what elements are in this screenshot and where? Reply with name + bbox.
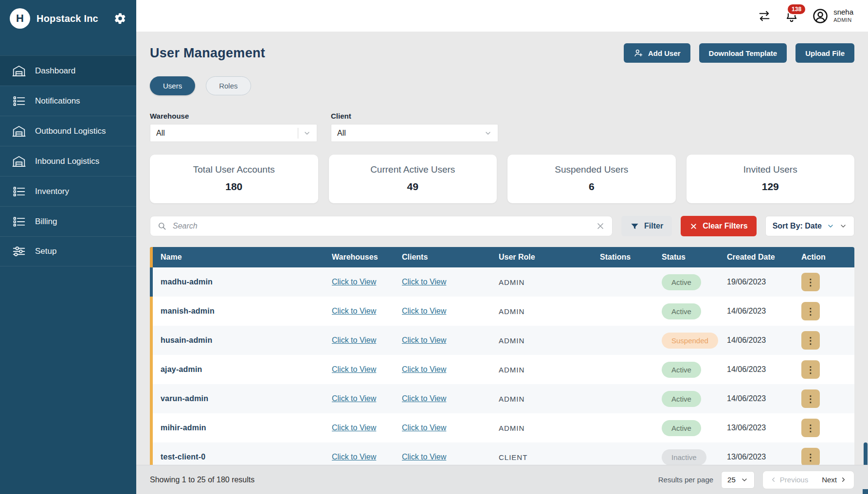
vertical-scrollbar-thumb[interactable] [864, 442, 868, 465]
notifications-bell-icon[interactable]: 138 [785, 9, 798, 23]
warehouses-link[interactable]: Click to View [332, 423, 376, 432]
table-row: mihir-admin Click to View Click to View … [150, 413, 854, 442]
row-actions-kebab-button[interactable]: ⋮ [801, 360, 820, 379]
warehouses-link[interactable]: Click to View [332, 453, 376, 461]
add-user-label: Add User [648, 49, 681, 57]
dashboard-icon [12, 64, 26, 78]
stat-invited-users: Invited Users 129 [687, 155, 855, 203]
sidebar-item-label: Inventory [35, 187, 69, 196]
row-actions-kebab-button[interactable]: ⋮ [801, 389, 820, 408]
row-actions-kebab-button[interactable]: ⋮ [801, 448, 820, 465]
status-badge: Active [662, 362, 701, 378]
warehouse-select-value: All [156, 129, 165, 138]
col-clients: Clients [398, 253, 495, 262]
sidebar-item-outbound-logistics[interactable]: Outbound Logistics [0, 116, 136, 146]
status-badge: Active [662, 274, 701, 290]
kebab-icon: ⋮ [806, 335, 815, 346]
sidebar-item-setup[interactable]: Setup [0, 236, 136, 266]
warehouses-link[interactable]: Click to View [332, 394, 376, 403]
row-name: husain-admin [153, 336, 328, 345]
col-stations: Stations [596, 253, 658, 262]
sidebar-item-inbound-logistics[interactable]: Inbound Logistics [0, 146, 136, 176]
header-actions: Add User Download Template Upload File [624, 43, 854, 63]
stat-current-active-users: Current Active Users 49 [329, 155, 497, 203]
sidebar-item-notifications[interactable]: Notifications [0, 86, 136, 116]
chevron-right-icon [840, 476, 847, 483]
clients-link[interactable]: Click to View [402, 307, 446, 315]
col-warehouses: Warehouses [328, 253, 398, 262]
kebab-icon: ⋮ [806, 364, 815, 375]
sidebar-item-billing[interactable]: Billing [0, 206, 136, 236]
row-actions-kebab-button[interactable]: ⋮ [801, 302, 820, 320]
row-date: 13/06/2023 [723, 453, 797, 461]
row-name: ajay-admin [153, 365, 328, 374]
results-per-page-label: Results per page [658, 476, 713, 484]
avatar-icon [812, 8, 829, 24]
chevron-left-icon [770, 476, 777, 483]
clients-link[interactable]: Click to View [402, 423, 446, 432]
upload-file-button[interactable]: Upload File [796, 43, 854, 63]
sidebar-item-inventory[interactable]: Inventory [0, 176, 136, 206]
warehouses-link[interactable]: Click to View [332, 307, 376, 315]
sidebar-item-label: Inbound Logistics [35, 157, 99, 166]
stat-total-user-accounts: Total User Accounts 180 [150, 155, 318, 203]
table-row: husain-admin Click to View Click to View… [150, 326, 854, 355]
brand-name: Hopstack Inc [36, 13, 108, 24]
client-select-value: All [337, 129, 346, 138]
app-root: H Hopstack Inc Dashboard Notifications O… [0, 0, 868, 494]
row-actions-kebab-button[interactable]: ⋮ [801, 419, 820, 437]
kebab-icon: ⋮ [806, 452, 815, 463]
kebab-icon: ⋮ [806, 393, 815, 405]
row-role: ADMIN [495, 307, 596, 316]
warehouses-link[interactable]: Click to View [332, 278, 376, 286]
status-badge: Active [662, 391, 701, 407]
users-table: Name Warehouses Clients User Role Statio… [150, 247, 854, 465]
sidebar-item-label: Dashboard [35, 66, 75, 76]
user-menu[interactable]: sneha ADMIN [812, 8, 853, 24]
filter-button-label: Filter [644, 222, 663, 230]
switch-warehouse-icon[interactable] [758, 9, 771, 23]
page-size-select[interactable]: 25 [721, 471, 755, 489]
clients-link[interactable]: Click to View [402, 394, 446, 403]
sidebar-item-dashboard[interactable]: Dashboard [0, 55, 136, 86]
search-input[interactable] [173, 222, 590, 230]
col-created-date: Created Date [723, 253, 797, 262]
clear-filters-label: Clear Filters [703, 222, 747, 230]
clients-link[interactable]: Click to View [402, 278, 446, 286]
filter-panel: Warehouse All Client All [150, 112, 854, 142]
table-row: manish-admin Click to View Click to View… [150, 297, 854, 326]
clients-link[interactable]: Click to View [402, 453, 446, 461]
row-name: test-client-0 [153, 453, 328, 461]
download-template-button[interactable]: Download Template [699, 43, 787, 63]
warehouses-link[interactable]: Click to View [332, 365, 376, 373]
row-actions-kebab-button[interactable]: ⋮ [801, 273, 820, 291]
clients-link[interactable]: Click to View [402, 365, 446, 373]
row-actions-kebab-button[interactable]: ⋮ [801, 331, 820, 350]
clear-search-icon[interactable] [596, 221, 605, 231]
sidebar-item-label: Setup [35, 247, 56, 256]
user-name: sneha [833, 8, 853, 17]
row-role: ADMIN [495, 336, 596, 345]
warehouse-select[interactable]: All [150, 124, 317, 142]
table-row: ajay-admin Click to View Click to View A… [150, 355, 854, 384]
status-badge: Suspended [662, 333, 718, 349]
tab-roles[interactable]: Roles [206, 76, 251, 95]
tab-users[interactable]: Users [150, 76, 195, 95]
setup-icon [12, 244, 26, 259]
filter-button[interactable]: Filter [621, 216, 672, 236]
upload-file-label: Upload File [805, 49, 845, 57]
previous-page-button[interactable]: Previous [763, 471, 815, 489]
brand-logo: H [10, 8, 30, 29]
next-page-button[interactable]: Next [815, 471, 854, 489]
settings-gear-icon[interactable] [114, 12, 127, 25]
clear-filters-button[interactable]: Clear Filters [681, 216, 756, 236]
kebab-icon: ⋮ [806, 423, 815, 434]
row-date: 14/06/2023 [723, 307, 797, 316]
add-user-button[interactable]: Add User [624, 43, 690, 63]
sort-by-dropdown[interactable]: Sort By: Date [765, 216, 854, 236]
row-name: manish-admin [153, 307, 328, 316]
user-role: ADMIN [833, 17, 853, 24]
client-select[interactable]: All [331, 124, 498, 142]
clients-link[interactable]: Click to View [402, 336, 446, 344]
warehouses-link[interactable]: Click to View [332, 336, 376, 344]
